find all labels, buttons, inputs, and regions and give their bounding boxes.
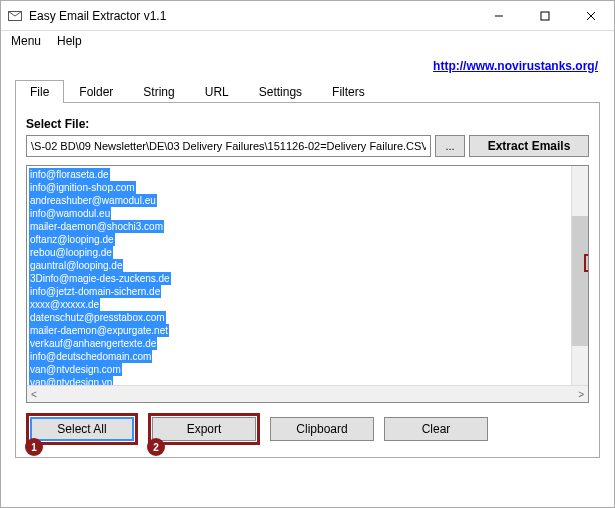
email-item[interactable]: verkauf@anhaengertexte.de — [29, 337, 157, 350]
email-item[interactable]: van@ntvdesign.vn — [29, 376, 113, 385]
email-item[interactable]: info@ignition-shop.com — [29, 181, 136, 194]
scrollbar-thumb[interactable] — [572, 216, 588, 346]
email-item[interactable]: info@jetzt-domain-sichern.de — [29, 285, 161, 298]
email-item[interactable]: info@wamodul.eu — [29, 207, 111, 220]
annotation-marker — [584, 254, 588, 272]
results-box: info@floraseta.deinfo@ignition-shop.coma… — [26, 165, 589, 403]
tab-string[interactable]: String — [128, 80, 189, 103]
email-item[interactable]: andreashuber@wamodul.eu — [29, 194, 157, 207]
tab-url[interactable]: URL — [190, 80, 244, 103]
tab-file[interactable]: File — [15, 80, 64, 103]
email-item[interactable]: datenschutz@presstabox.com — [29, 311, 166, 324]
annotation-box-1: Select All 1 — [26, 413, 138, 445]
email-item[interactable]: mailer-daemon@shochi3.com — [29, 220, 164, 233]
vertical-scrollbar[interactable] — [571, 166, 588, 385]
file-path-input[interactable] — [26, 135, 431, 157]
annotation-badge-1: 1 — [25, 438, 43, 456]
select-file-label: Select File: — [26, 117, 589, 131]
menu-menu[interactable]: Menu — [7, 33, 45, 49]
tab-settings[interactable]: Settings — [244, 80, 317, 103]
annotation-box-2: Export 2 — [148, 413, 260, 445]
email-item[interactable]: gauntral@looping.de — [29, 259, 123, 272]
browse-button[interactable]: ... — [435, 135, 465, 157]
bottom-buttons: Select All 1 Export 2 Clipboard Clear — [26, 413, 589, 445]
email-item[interactable]: van@ntvdesign.com — [29, 363, 122, 376]
vendor-link[interactable]: http://www.novirustanks.org/ — [433, 59, 598, 73]
tab-folder[interactable]: Folder — [64, 80, 128, 103]
email-item[interactable]: oftanz@looping.de — [29, 233, 115, 246]
scroll-left-icon[interactable]: < — [31, 389, 37, 400]
svg-rect-2 — [541, 12, 549, 20]
tabs: File Folder String URL Settings Filters — [15, 79, 600, 103]
email-item[interactable]: info@floraseta.de — [29, 168, 110, 181]
select-all-button[interactable]: Select All — [30, 417, 134, 441]
annotation-badge-2: 2 — [147, 438, 165, 456]
window-controls — [476, 1, 614, 30]
minimize-button[interactable] — [476, 1, 522, 30]
maximize-button[interactable] — [522, 1, 568, 30]
extract-emails-button[interactable]: Extract Emails — [469, 135, 589, 157]
tab-content: Select File: ... Extract Emails info@flo… — [15, 103, 600, 458]
link-row: http://www.novirustanks.org/ — [1, 51, 614, 79]
horizontal-scrollbar[interactable]: < > — [27, 385, 588, 402]
email-item[interactable]: mailer-daemon@expurgate.net — [29, 324, 169, 337]
email-item[interactable]: rebou@looping.de — [29, 246, 113, 259]
menu-help[interactable]: Help — [53, 33, 86, 49]
window-title: Easy Email Extractor v1.1 — [29, 9, 476, 23]
close-button[interactable] — [568, 1, 614, 30]
mail-icon — [7, 8, 23, 24]
file-row: ... Extract Emails — [26, 135, 589, 157]
results-list[interactable]: info@floraseta.deinfo@ignition-shop.coma… — [27, 166, 571, 385]
email-item[interactable]: info@deutschedomain.com — [29, 350, 152, 363]
titlebar: Easy Email Extractor v1.1 — [1, 1, 614, 31]
clear-button[interactable]: Clear — [384, 417, 488, 441]
menubar: Menu Help — [1, 31, 614, 51]
export-button[interactable]: Export — [152, 417, 256, 441]
clipboard-button[interactable]: Clipboard — [270, 417, 374, 441]
email-item[interactable]: xxxx@xxxxx.de — [29, 298, 100, 311]
scroll-right-icon[interactable]: > — [578, 389, 584, 400]
tab-filters[interactable]: Filters — [317, 80, 380, 103]
email-item[interactable]: 3Dinfo@magie-des-zuckens.de — [29, 272, 171, 285]
